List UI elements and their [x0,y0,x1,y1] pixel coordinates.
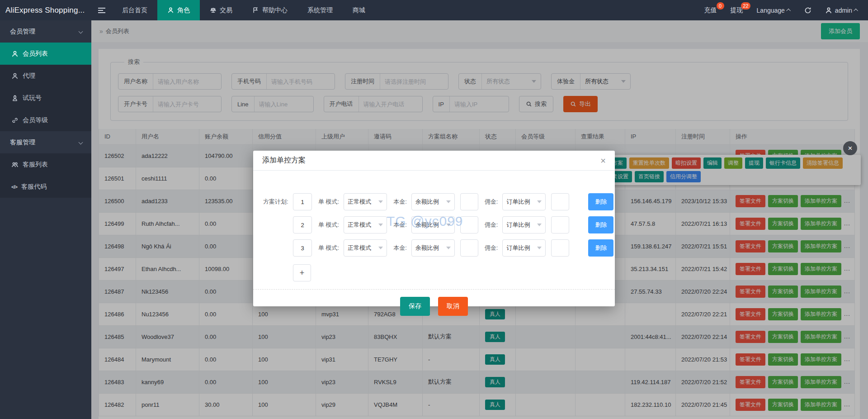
select-value: 订单比例 [506,198,530,206]
chevron-down-icon [537,224,542,226]
add-plan-modal: 添加单控方案 × TG @yc099 方案计划:单 模式:正常模式本金:余额比例… [253,151,615,306]
principal-select[interactable]: 余额比例 [411,193,455,210]
principal-value-input[interactable] [460,239,478,257]
recharge-label: 充值 [704,6,717,14]
select-value: 订单比例 [506,221,530,229]
trial-icon [11,95,19,102]
mode-label: 单 模式: [318,221,339,229]
chevron-down-icon [446,247,451,249]
language-dropdown[interactable]: Language [757,7,791,14]
nav-item-后台首页[interactable]: 后台首页 [112,0,157,20]
plan-row-1: 方案计划:单 模式:正常模式本金:余额比例佣金:订单比例删除 [253,193,615,210]
delete-plan-row-button[interactable]: 删除 [588,193,613,210]
delete-plan-row-button[interactable]: 删除 [588,239,613,257]
sidebar-item-客服列表[interactable]: 客服列表 [0,153,91,176]
modal-footer: 保存 取消 [253,289,615,316]
principal-select[interactable]: 余额比例 [411,216,455,233]
top-navbar: AliExpress Shopping... 后台首页角色交易帮助中心系统管理商… [0,0,868,20]
recharge-badge: 0 [717,2,724,10]
select-value: 余额比例 [415,244,439,252]
principal-value-input[interactable] [460,193,478,210]
chevron-up-icon [854,9,858,13]
mode-select[interactable]: 正常模式 [344,216,387,233]
select-value: 正常模式 [348,244,371,252]
nav-item-label: 后台首页 [122,6,147,14]
recharge-link[interactable]: 充值 0 [704,6,717,14]
cancel-button[interactable]: 取消 [438,297,468,316]
link-icon [11,117,19,124]
chevron-down-icon [79,29,83,34]
plan-number-input[interactable] [293,216,312,233]
flag-icon [252,7,259,14]
sidebar-group-会员管理[interactable]: 会员管理 [0,20,91,43]
commission-value-input[interactable] [551,239,569,257]
sidebar-item-会员等级[interactable]: 会员等级 [0,109,91,131]
commission-select[interactable]: 订单比例 [502,239,546,257]
nav-item-帮助中心[interactable]: 帮助中心 [242,0,297,20]
nav-item-角色[interactable]: 角色 [157,0,200,20]
principal-label: 本金: [393,221,407,229]
modal-header: 添加单控方案 × [253,151,615,171]
refresh-icon [804,7,811,14]
plan-row-3: 单 模式:正常模式本金:余额比例佣金:订单比例删除 [253,239,615,257]
scale-icon [210,7,217,14]
nav-item-label: 系统管理 [307,6,333,14]
delete-plan-row-button[interactable]: 删除 [588,216,613,233]
commission-label: 佣金: [485,221,498,229]
commission-select[interactable]: 订单比例 [502,193,546,210]
modal-close-icon[interactable]: × [600,156,606,165]
chevron-down-icon [537,247,542,249]
mode-label: 单 模式: [318,244,339,252]
popup-close-button[interactable]: × [843,141,857,155]
principal-label: 本金: [393,244,407,252]
refresh-button[interactable] [804,7,811,14]
select-value: 正常模式 [348,221,371,229]
mode-select[interactable]: 正常模式 [344,193,387,210]
save-button[interactable]: 保存 [400,297,430,316]
chevron-down-icon [537,200,542,203]
add-plan-row-button[interactable]: + [293,264,311,281]
sidebar-group-客服管理[interactable]: 客服管理 [0,131,91,153]
sidebar-item-label: 客服代码 [21,183,47,191]
app-logo: AliExpress Shopping... [0,0,91,20]
commission-value-input[interactable] [551,193,569,210]
sidebar-item-label: 会员列表 [23,50,48,58]
sidebar-item-客服代码[interactable]: </>客服代码 [0,176,91,198]
mode-label: 单 模式: [318,198,339,206]
sidebar-group-label: 客服管理 [10,138,35,147]
nav-item-交易[interactable]: 交易 [200,0,242,20]
nav-item-label: 商城 [353,6,365,14]
plan-number-input[interactable] [293,239,312,257]
select-value: 正常模式 [348,198,371,206]
sidebar-group-label: 会员管理 [10,28,35,36]
principal-value-input[interactable] [460,216,478,233]
person-icon [825,7,832,14]
modal-title: 添加单控方案 [262,156,306,165]
nav-item-商城[interactable]: 商城 [343,0,375,20]
select-value: 余额比例 [415,198,439,206]
screen: AliExpress Shopping... 后台首页角色交易帮助中心系统管理商… [0,0,868,419]
nav-item-label: 角色 [177,6,190,14]
select-value: 订单比例 [506,244,530,252]
sidebar-item-试玩号[interactable]: 试玩号 [0,87,91,109]
sidebar-item-会员列表[interactable]: 会员列表 [0,43,91,65]
withdraw-link[interactable]: 提现 22 [731,6,743,14]
navbar-right: 充值 0 提现 22 Language admin [704,0,868,20]
user-menu[interactable]: admin [825,7,858,14]
sidebar-item-label: 代理 [23,72,35,80]
commission-select[interactable]: 订单比例 [502,216,546,233]
commission-label: 佣金: [485,198,498,206]
sidebar: 会员管理会员列表代理试玩号会员等级客服管理客服列表</>客服代码 [0,20,91,419]
chevron-down-icon [79,140,83,145]
plan-number-input[interactable] [293,193,312,210]
nav-item-label: 帮助中心 [262,6,288,14]
nav-item-系统管理[interactable]: 系统管理 [297,0,343,20]
code-icon: </> [11,184,17,190]
hamburger-icon[interactable] [91,0,112,20]
chevron-up-icon [786,9,791,13]
commission-value-input[interactable] [551,216,569,233]
mode-select[interactable]: 正常模式 [344,239,387,257]
plan-label: 方案计划: [263,198,293,206]
sidebar-item-代理[interactable]: 代理 [0,65,91,87]
principal-select[interactable]: 余额比例 [411,239,455,257]
